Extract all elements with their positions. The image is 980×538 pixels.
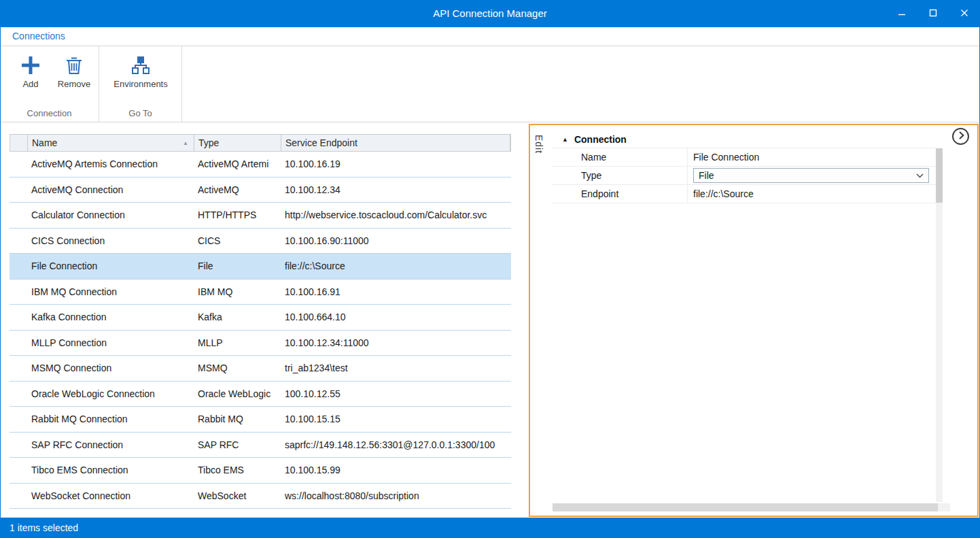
cell-type: Kafka <box>194 305 281 330</box>
add-button-label: Add <box>22 79 38 89</box>
ribbon-group-goto: Environments Go To <box>99 46 182 122</box>
cell-type: MLLP <box>194 331 281 356</box>
column-header-endpoint[interactable]: Service Endpoint <box>281 135 510 151</box>
expander-icon: ▲ <box>562 136 568 143</box>
cell-type: IBM MQ <box>194 280 281 305</box>
table-row[interactable]: MSMQ Connection MSMQ tri_ab1234\test <box>10 356 511 382</box>
cell-endpoint: saprfc://149.148.12.56:3301@127.0.0.1:33… <box>281 433 511 458</box>
table-body: ActiveMQ Artemis Connection ActiveMQ Art… <box>10 152 511 509</box>
cell-endpoint: 10.100.16.19 <box>281 152 511 177</box>
cell-endpoint: 10.100.15.15 <box>281 407 511 432</box>
cell-type: HTTP/HTTPS <box>194 203 281 228</box>
property-row-name: Name File Connection <box>553 148 936 167</box>
cell-type: Rabbit MQ <box>194 407 281 432</box>
cell-name: Calculator Connection <box>27 203 194 228</box>
cell-type: ActiveMQ <box>194 178 281 203</box>
table-row[interactable]: Calculator Connection HTTP/HTTPS http://… <box>10 203 511 229</box>
cell-endpoint: 10.100.16.91 <box>281 280 511 305</box>
add-button[interactable]: Add <box>9 53 52 89</box>
trash-icon <box>65 53 84 78</box>
cell-type: File <box>194 254 281 279</box>
table-header: Name ▲ Type Service Endpoint <box>10 134 511 152</box>
cell-endpoint: tri_ab1234\test <box>281 356 511 381</box>
endpoint-field[interactable]: file://c:\Source <box>688 185 936 203</box>
table-row[interactable]: ActiveMQ Artemis Connection ActiveMQ Art… <box>10 152 511 178</box>
window-title: API Connection Manager <box>0 0 980 27</box>
table-row[interactable]: ActiveMQ Connection ActiveMQ 10.100.12.3… <box>10 178 511 203</box>
cell-name: Kafka Connection <box>27 305 194 330</box>
minimize-button[interactable] <box>886 0 917 27</box>
cell-name: Tibco EMS Connection <box>27 458 194 483</box>
remove-button[interactable]: Remove <box>52 53 96 89</box>
chevron-right-icon <box>957 131 965 143</box>
cell-name: IBM MQ Connection <box>27 280 194 305</box>
ribbon-tab-strip: Connections <box>0 27 980 46</box>
status-text: 1 items selected <box>10 522 78 533</box>
maximize-button[interactable] <box>917 0 949 27</box>
table-row[interactable]: Rabbit MQ Connection Rabbit MQ 10.100.15… <box>10 407 511 433</box>
window-controls <box>886 0 980 27</box>
table-row[interactable]: File Connection File file://c:\Source <box>10 254 511 280</box>
table-row[interactable]: WebSocket Connection WebSocket ws://loca… <box>10 484 511 509</box>
status-bar: 1 items selected <box>0 518 980 538</box>
horizontal-scrollbar-thumb[interactable] <box>553 503 938 511</box>
cell-type: CICS <box>194 229 281 254</box>
cell-endpoint: 100.10.12.55 <box>281 382 511 407</box>
cell-type: SAP RFC <box>194 433 281 458</box>
table-row[interactable]: SAP RFC Connection SAP RFC saprfc://149.… <box>10 433 511 458</box>
cell-endpoint: ws://localhost:8080/subscription <box>281 484 511 509</box>
cell-type: MSMQ <box>194 356 281 381</box>
collapse-panel-button[interactable] <box>952 128 969 145</box>
table-row[interactable]: Oracle WebLogic Connection Oracle WebLog… <box>10 382 511 407</box>
column-header-type[interactable]: Type <box>194 135 281 151</box>
environments-button-label: Environments <box>113 79 167 89</box>
group-label-goto: Go To <box>99 108 181 118</box>
cell-type: Tibco EMS <box>194 458 281 483</box>
field-label-endpoint: Endpoint <box>553 185 688 203</box>
cell-name: Rabbit MQ Connection <box>27 407 194 432</box>
cell-type: WebSocket <box>194 484 281 509</box>
type-select-value: File <box>699 170 714 181</box>
cell-endpoint: 10.100.12.34 <box>281 178 511 203</box>
table-row[interactable]: CICS Connection CICS 10.100.16.90:11000 <box>10 229 511 254</box>
vertical-scrollbar-thumb[interactable] <box>936 148 943 203</box>
cell-name: ActiveMQ Artemis Connection <box>27 152 194 177</box>
edit-tab[interactable]: Edit <box>533 135 544 154</box>
maximize-icon <box>929 7 937 20</box>
cell-type: Oracle WebLogic <box>194 382 281 407</box>
field-label-name: Name <box>553 148 688 166</box>
cell-endpoint: 10.100.12.34:11000 <box>281 331 511 356</box>
tab-connections[interactable]: Connections <box>12 27 65 45</box>
cell-name: SAP RFC Connection <box>27 433 194 458</box>
name-field[interactable]: File Connection <box>688 148 936 166</box>
table-row[interactable]: Kafka Connection Kafka 10.100.664.10 <box>10 305 511 331</box>
cell-type: ActiveMQ Artemi <box>194 152 281 177</box>
title-bar: API Connection Manager <box>0 0 980 27</box>
column-header-name[interactable]: Name ▲ <box>28 135 194 151</box>
column-header-name-label: Name <box>32 137 57 148</box>
environments-icon <box>130 53 151 78</box>
type-field-cell: File <box>688 167 936 184</box>
cell-endpoint: 10.100.15.99 <box>281 458 511 483</box>
cell-endpoint: http://webservice.toscacloud.com/Calcula… <box>281 203 511 228</box>
cell-name: MLLP Connection <box>27 331 194 356</box>
property-row-endpoint: Endpoint file://c:\Source <box>553 185 936 203</box>
property-row-type: Type File <box>553 167 936 185</box>
type-select[interactable]: File <box>693 168 929 183</box>
table-row[interactable]: IBM MQ Connection IBM MQ 10.100.16.91 <box>10 280 511 305</box>
cell-name: CICS Connection <box>27 229 194 254</box>
close-button[interactable] <box>949 0 980 27</box>
vertical-scrollbar[interactable] <box>936 148 943 502</box>
ribbon: Add Remove Connection <box>0 46 980 122</box>
horizontal-scrollbar[interactable] <box>553 503 950 511</box>
table-row[interactable]: Tibco EMS Connection Tibco EMS 10.100.15… <box>10 458 511 484</box>
property-group-header[interactable]: ▲ Connection <box>553 131 936 148</box>
cell-endpoint: 10.100.664.10 <box>281 305 511 330</box>
property-group-title: Connection <box>574 134 627 145</box>
table-row[interactable]: MLLP Connection MLLP 10.100.12.34:11000 <box>10 331 511 356</box>
cell-name: WebSocket Connection <box>27 484 194 509</box>
environments-button[interactable]: Environments <box>105 53 177 89</box>
group-label-connection: Connection <box>0 108 99 118</box>
close-icon <box>960 7 968 20</box>
ribbon-group-connection: Add Remove Connection <box>0 46 99 122</box>
